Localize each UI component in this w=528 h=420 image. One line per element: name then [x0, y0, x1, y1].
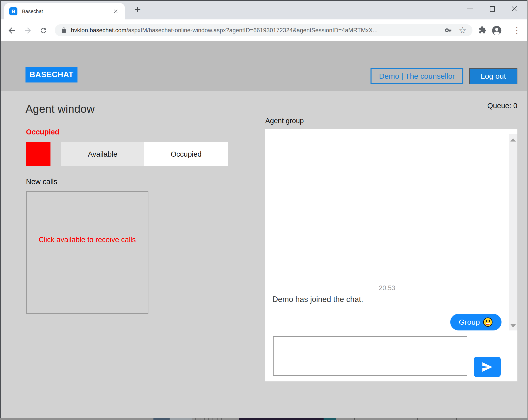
tab-favicon: B: [9, 7, 17, 15]
close-x-icon: [113, 9, 119, 14]
page-content: BASECHAT Demo | The counsellor Log out Q…: [0, 41, 528, 420]
status-label: Occupied: [26, 128, 59, 136]
taskbar-sliver-segment: [456, 418, 457, 420]
taskbar-sliver-segment: [324, 418, 336, 420]
reload-icon[interactable]: [39, 26, 47, 35]
password-key-icon[interactable]: [445, 26, 452, 34]
address-bar[interactable]: bvklon.basechat.com/aspxIM/basechat-onli…: [55, 24, 472, 36]
status-indicator-square: [26, 142, 50, 166]
logout-button[interactable]: Log out: [469, 68, 517, 84]
tab-title: Basechat: [22, 9, 43, 14]
extensions-puzzle-icon[interactable]: [479, 26, 487, 34]
browser-tab[interactable]: B Basechat: [4, 3, 125, 19]
titlebar: B Basechat +: [0, 1, 528, 19]
browser-menu-icon[interactable]: ⋮: [513, 25, 521, 35]
lock-icon[interactable]: [61, 27, 67, 33]
scroll-up-icon[interactable]: [510, 138, 516, 142]
send-paper-plane-icon: [481, 361, 494, 373]
chat-system-message: Demo has joined the chat.: [272, 295, 363, 304]
agent-name-button[interactable]: Demo | The counsellor: [371, 68, 463, 84]
taskbar-sliver-segment: [417, 418, 418, 420]
new-calls-box: Click available to receive calls: [26, 191, 148, 314]
agent-group-label: Agent group: [265, 117, 304, 125]
window-top-edge: [0, 0, 528, 1]
app-header: BASECHAT Demo | The counsellor Log out: [0, 41, 528, 91]
window-close-button[interactable]: [503, 1, 525, 16]
chat-message-input[interactable]: [273, 336, 467, 376]
agent-group-chat-panel: 20.53 Demo has joined the chat. Group: [265, 129, 517, 381]
chat-timestamp: 20.53: [265, 284, 509, 292]
taskbar-sliver-segment: [239, 418, 324, 420]
taskbar-sliver: [0, 418, 528, 420]
page-title: Agent window: [25, 103, 95, 115]
window-left-edge: [0, 0, 1, 420]
browser-window: B Basechat +: [0, 0, 528, 420]
group-button[interactable]: Group: [450, 314, 501, 330]
back-icon[interactable]: [7, 26, 16, 35]
chat-scrollbar[interactable]: [509, 134, 517, 330]
new-tab-button[interactable]: +: [131, 3, 144, 16]
profile-avatar-icon[interactable]: [492, 25, 502, 36]
occupied-toggle-button[interactable]: Occupied: [144, 142, 228, 166]
window-close-icon: [511, 5, 518, 12]
window-maximize-button[interactable]: [481, 1, 503, 16]
taskbar-sliver-segment: [153, 418, 170, 420]
taskbar-sliver-segment: [170, 418, 192, 420]
minimize-icon: [467, 9, 473, 9]
bookmark-star-icon[interactable]: ☆: [459, 26, 466, 35]
browser-toolbar: bvklon.basechat.com/aspxIM/basechat-onli…: [0, 19, 528, 41]
basechat-logo: BASECHAT: [25, 67, 77, 82]
available-toggle-button[interactable]: Available: [61, 142, 144, 166]
taskbar-sliver-segment: [192, 418, 225, 420]
url-path: /aspxIM/basechat-online-window.aspx?agen…: [126, 27, 378, 34]
scroll-down-icon[interactable]: [510, 324, 516, 327]
tab-close-icon[interactable]: [112, 8, 120, 15]
send-button[interactable]: [474, 357, 501, 377]
window-controls: [459, 1, 525, 16]
availability-toggle: Available Occupied: [61, 142, 228, 166]
maximize-icon: [490, 6, 495, 12]
url-domain: bvklon.basechat.com: [71, 27, 126, 34]
taskbar-sliver-segment: [354, 418, 355, 420]
window-minimize-button[interactable]: [459, 1, 481, 16]
grinning-face-icon: [483, 317, 493, 327]
new-calls-label: New calls: [26, 178, 57, 186]
address-bar-icons: ☆: [445, 26, 472, 35]
new-calls-empty-message: Click available to receive calls: [38, 235, 137, 245]
queue-count: Queue: 0: [487, 102, 517, 110]
forward-icon[interactable]: [23, 26, 32, 35]
url-text: bvklon.basechat.com/aspxIM/basechat-onli…: [71, 27, 378, 34]
group-button-label: Group: [459, 318, 480, 326]
